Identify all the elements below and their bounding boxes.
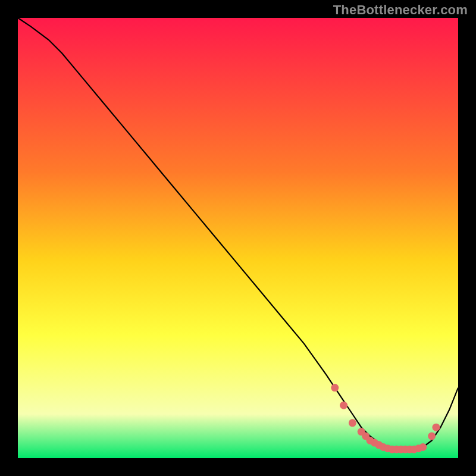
highlight-dot bbox=[349, 419, 356, 427]
plot-gradient-bg bbox=[18, 18, 458, 458]
highlight-dot bbox=[331, 384, 339, 392]
chart-container: { "attribution": "TheBottlenecker.com", … bbox=[0, 0, 476, 476]
highlight-dot bbox=[428, 433, 436, 440]
highlight-dot bbox=[433, 424, 440, 431]
bottleneck-chart bbox=[0, 0, 476, 476]
highlight-dot bbox=[419, 443, 427, 451]
attribution-text: TheBottlenecker.com bbox=[333, 2, 468, 18]
highlight-dot bbox=[340, 402, 347, 409]
